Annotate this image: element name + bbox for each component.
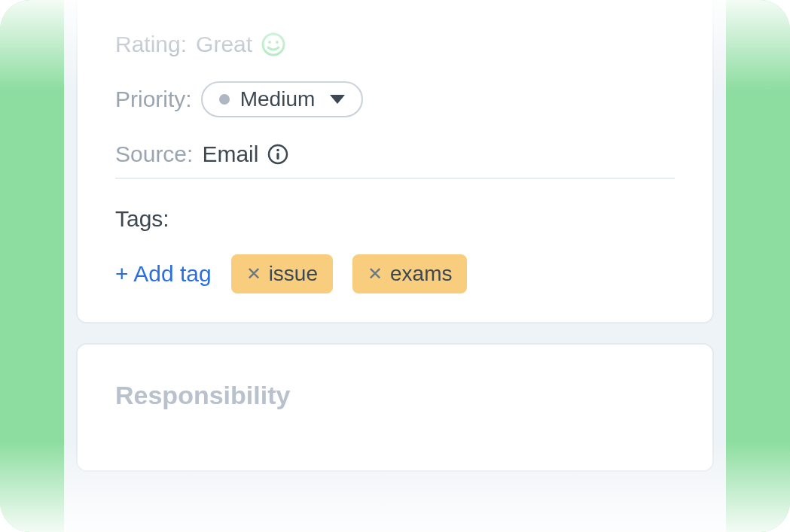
svg-rect-5 xyxy=(277,153,279,160)
priority-dot-icon xyxy=(219,94,230,105)
rating-value: Great xyxy=(196,32,252,57)
tag-chip-label: exams xyxy=(390,262,452,286)
rating-label: Rating: xyxy=(115,32,187,57)
source-row: Source: Email xyxy=(115,141,675,167)
info-icon[interactable] xyxy=(267,144,288,165)
chevron-down-icon xyxy=(330,95,345,104)
priority-value: Medium xyxy=(240,87,316,111)
tags-row: + Add tag ✕ issue ✕ exams xyxy=(115,254,675,293)
tag-chip: ✕ issue xyxy=(231,254,333,293)
priority-dropdown[interactable]: Medium xyxy=(201,81,364,117)
inner-container: Rating: Great Priority: Medium xyxy=(64,0,726,532)
svg-point-0 xyxy=(263,34,284,55)
responsibility-card: Responsibility xyxy=(76,343,714,472)
svg-point-2 xyxy=(276,41,279,44)
svg-point-1 xyxy=(268,41,271,44)
close-icon[interactable]: ✕ xyxy=(368,265,383,283)
priority-row: Priority: Medium xyxy=(115,81,675,117)
responsibility-heading: Responsibility xyxy=(115,381,675,410)
add-tag-button[interactable]: + Add tag xyxy=(115,261,212,287)
divider xyxy=(115,178,675,179)
source-label: Source: xyxy=(115,141,193,167)
outer-frame: Rating: Great Priority: Medium xyxy=(0,0,790,532)
priority-label: Priority: xyxy=(115,87,192,112)
rating-row: Rating: Great xyxy=(115,32,675,57)
tag-chip: ✕ exams xyxy=(352,254,467,293)
details-card: Rating: Great Priority: Medium xyxy=(76,0,714,324)
source-value: Email xyxy=(202,141,258,167)
svg-point-4 xyxy=(277,149,280,152)
tags-label: Tags: xyxy=(115,206,675,232)
close-icon[interactable]: ✕ xyxy=(246,265,261,283)
tag-chip-label: issue xyxy=(269,262,318,286)
smiley-icon xyxy=(261,32,285,56)
